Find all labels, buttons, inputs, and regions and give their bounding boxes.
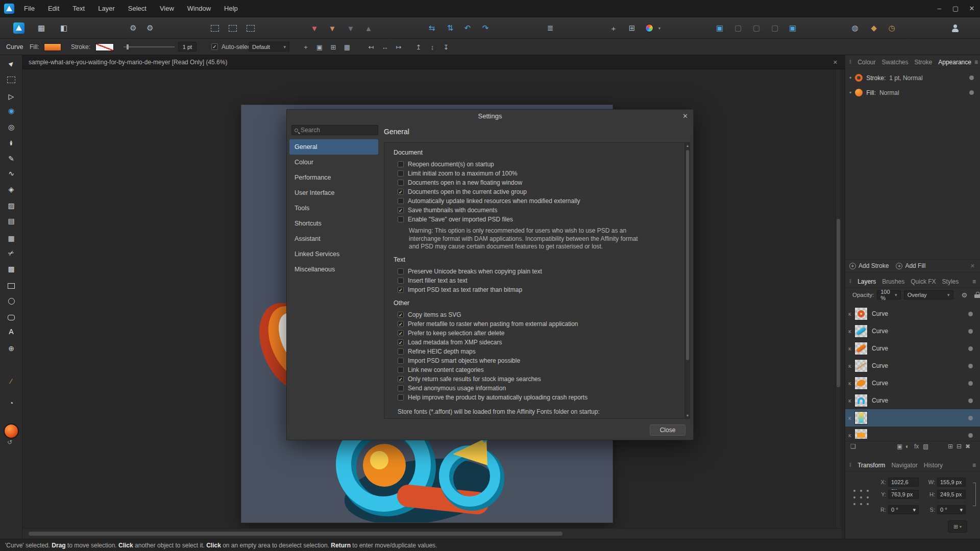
- anchor-point-selector[interactable]: [851, 488, 871, 507]
- snap-objects-icon[interactable]: [243, 21, 258, 35]
- horizontal-scrollbar[interactable]: [22, 528, 842, 539]
- settings-nav-shortcuts[interactable]: Shortcuts: [289, 216, 378, 231]
- mesh-warp-tool[interactable]: ▩: [4, 262, 18, 276]
- layers-tab-layers[interactable]: Layers: [854, 278, 879, 285]
- settings-nav-miscellaneous[interactable]: Miscellaneous: [289, 262, 378, 277]
- checkbox-documents-open-in-the-current-active-gro[interactable]: ✓: [398, 189, 404, 195]
- mask-layer-icon[interactable]: ▨: [923, 443, 928, 450]
- setting-insert-filler-text-as-text[interactable]: Insert filler text as text: [398, 276, 684, 285]
- layer-lock-icon[interactable]: [974, 292, 980, 298]
- anchor-dot-9[interactable]: [867, 503, 869, 505]
- setting-documents-open-in-a-new-floating-window[interactable]: Documents open in a new floating window: [398, 178, 684, 187]
- rounded-rectangle-tool[interactable]: [4, 311, 18, 324]
- appearance-tab-colour[interactable]: Colour: [854, 59, 878, 66]
- setting-help-improve-the-product-by-automaticall[interactable]: Help improve the product by automaticall…: [398, 393, 684, 402]
- checkbox-documents-open-in-a-new-floating-window[interactable]: [398, 180, 404, 186]
- checkbox-copy-items-as-svg[interactable]: ✓: [398, 312, 404, 318]
- setting-preserve-unicode-breaks-when-copying-pla[interactable]: Preserve Unicode breaks when copying pla…: [398, 267, 684, 276]
- checkbox-only-return-safe-results-for-stock-image[interactable]: ✓: [398, 376, 404, 382]
- blend-mode-dropdown[interactable]: Overlay ▾: [904, 290, 953, 299]
- vertical-scrollbar[interactable]: [836, 69, 841, 528]
- pencil-tool[interactable]: ✎: [4, 152, 18, 165]
- align-middle-icon[interactable]: ↕: [427, 43, 438, 51]
- anchor-dot-6[interactable]: [867, 496, 869, 498]
- transform-tab-transform[interactable]: Transform: [854, 462, 888, 469]
- checkbox-send-anonymous-usage-information[interactable]: [398, 385, 404, 391]
- menu-text[interactable]: Text: [66, 0, 91, 17]
- checkbox-automatically-update-linked-resources-wh[interactable]: [398, 198, 404, 204]
- scroll-down-icon[interactable]: ▾: [685, 413, 690, 418]
- vector-crop-tool[interactable]: ▦: [4, 232, 18, 245]
- snap-candidates-icon[interactable]: [208, 21, 222, 35]
- layer-toggle[interactable]: [968, 416, 973, 420]
- layers-tab-brushes[interactable]: Brushes: [879, 278, 908, 285]
- transform-tab-history[interactable]: History: [921, 462, 946, 469]
- layer-toggle[interactable]: [968, 312, 973, 316]
- pixel-persona-icon[interactable]: ▦: [34, 21, 48, 35]
- layer-row-4[interactable]: ĸCurve: [845, 357, 980, 374]
- color-picker-tool[interactable]: ⊕: [4, 342, 18, 355]
- fill-layer-icon[interactable]: ▣: [897, 443, 902, 450]
- live-filter-icon[interactable]: fx: [914, 443, 919, 450]
- snap-grid-icon[interactable]: [226, 21, 240, 35]
- appearance-row-fill[interactable]: •Fill:Normal: [845, 85, 980, 100]
- dialog-titlebar[interactable]: Settings ✕: [287, 110, 693, 123]
- dialog-scroll-thumb[interactable]: [686, 150, 689, 360]
- settings-nav-colour[interactable]: Colour: [289, 155, 378, 170]
- adjustment-layer-icon[interactable]: ◐: [905, 443, 909, 450]
- layer-toggle[interactable]: [968, 398, 973, 403]
- layer-row-2[interactable]: ĸCurve: [845, 322, 980, 340]
- checkbox-save-thumbnails-with-documents[interactable]: ✓: [398, 207, 404, 213]
- active-color-swatch[interactable]: [4, 423, 19, 439]
- checkbox-link-new-content-categories[interactable]: [398, 367, 404, 373]
- duplicate-button-icon[interactable]: ▣: [786, 21, 800, 35]
- layer-row-6[interactable]: ĸCurve: [845, 392, 980, 409]
- pen-tool[interactable]: ✒: [4, 136, 18, 149]
- setting-enable-save-over-imported-psd-files[interactable]: Enable "Save" over imported PSD files: [398, 215, 684, 224]
- snapping-manager-icon[interactable]: ⊞: [625, 21, 639, 35]
- history-clock-icon[interactable]: ◷: [885, 21, 899, 35]
- h-field[interactable]: 249,5 px: [937, 490, 966, 499]
- setting-import-psd-text-as-text-rather-than-bitm[interactable]: ✓Import PSD text as text rather than bit…: [398, 285, 684, 294]
- layer-row-5[interactable]: ĸCurve: [845, 374, 980, 392]
- checkbox-prefer-to-keep-selection-after-delete[interactable]: ✓: [398, 330, 404, 336]
- close-button[interactable]: Close: [650, 424, 685, 436]
- layer-row-7[interactable]: ĸ: [845, 409, 980, 427]
- rotation-dropdown[interactable]: 0 ° ▾: [888, 505, 919, 514]
- setting-refine-heic-depth-maps[interactable]: Refine HEIC depth maps: [398, 347, 684, 356]
- align-right-icon[interactable]: ↦: [393, 43, 404, 51]
- anchor-dot-5[interactable]: [860, 496, 862, 498]
- setting-import-psd-smart-objects-where-possible[interactable]: Import PSD smart objects where possible: [398, 356, 684, 365]
- layer-row-3[interactable]: ĸCurve: [845, 340, 980, 357]
- vertical-scroll-thumb[interactable]: [837, 219, 840, 387]
- account-icon[interactable]: [948, 21, 962, 35]
- dialog-scrollbar[interactable]: ▴ ▾: [685, 142, 690, 419]
- group-button-icon[interactable]: ▣: [713, 21, 727, 35]
- scroll-up-icon[interactable]: ▴: [685, 143, 690, 148]
- layer-toggle[interactable]: [968, 381, 973, 386]
- anchor-dot-4[interactable]: [853, 496, 855, 498]
- place-image-tool[interactable]: ▤: [4, 214, 18, 228]
- setting-save-thumbnails-with-documents[interactable]: ✓Save thumbnails with documents: [398, 206, 684, 215]
- link-dimensions-icon[interactable]: [973, 483, 976, 506]
- quick-color-picker-icon[interactable]: ▾: [642, 21, 656, 35]
- setting-send-anonymous-usage-information[interactable]: Send anonymous usage information: [398, 384, 684, 393]
- app-logo-icon[interactable]: [4, 4, 14, 14]
- anchor-dot-2[interactable]: [860, 490, 862, 492]
- y-field[interactable]: 763,9 px: [888, 490, 919, 499]
- shear-dropdown[interactable]: 0 ° ▾: [937, 505, 966, 514]
- minimize-button[interactable]: –: [931, 0, 947, 17]
- unlock-button-icon[interactable]: ▢: [768, 21, 782, 35]
- maximize-button[interactable]: ▢: [947, 0, 964, 17]
- style-picker-tool[interactable]: ∕: [4, 374, 18, 388]
- layers-tab-quick-fx[interactable]: Quick FX: [908, 278, 939, 285]
- menu-help[interactable]: Help: [217, 0, 244, 17]
- checkbox-insert-filler-text-as-text[interactable]: [398, 278, 404, 284]
- close-window-button[interactable]: ✕: [964, 0, 980, 17]
- dialog-close-icon[interactable]: ✕: [682, 110, 688, 123]
- transform-options-button[interactable]: ⊞ ▾: [948, 520, 967, 533]
- opacity-dropdown[interactable]: 100 % ▾: [877, 290, 900, 299]
- menu-file[interactable]: File: [17, 0, 41, 17]
- setting-documents-open-in-the-current-active-gro[interactable]: ✓Documents open in the current active gr…: [398, 187, 684, 196]
- setting-prefer-to-keep-selection-after-delete[interactable]: ✓Prefer to keep selection after delete: [398, 329, 684, 338]
